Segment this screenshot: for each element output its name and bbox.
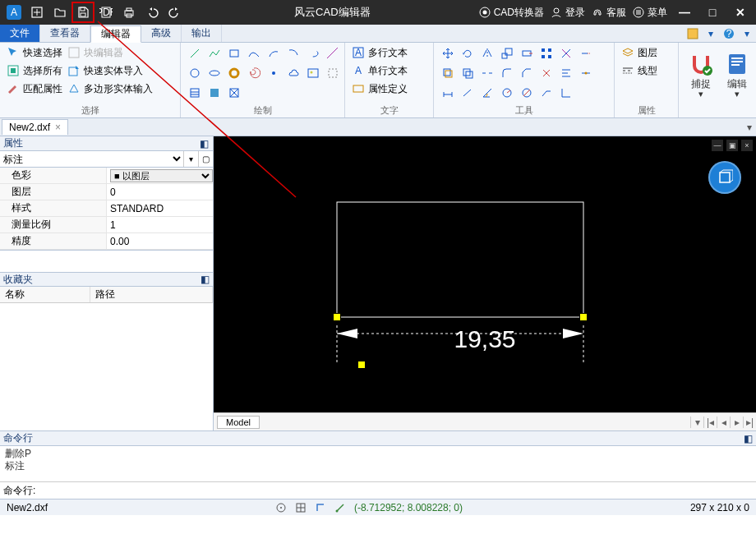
hatch-tool-icon[interactable] <box>186 84 204 102</box>
help-dropdown-icon[interactable]: ▾ <box>738 25 756 42</box>
doctabs-dropdown-icon[interactable]: ▾ <box>743 122 756 133</box>
ring-tool-icon[interactable] <box>225 64 243 82</box>
arc2-tool-icon[interactable] <box>284 44 302 62</box>
entity-type-select[interactable]: 标注 <box>0 151 183 167</box>
login-link[interactable]: 登录 <box>551 6 585 20</box>
scroll-left-icon[interactable]: ◂ <box>717 417 730 428</box>
match-props-button[interactable]: 匹配属性 <box>5 81 64 97</box>
linetype-button[interactable]: 线型 <box>620 62 659 79</box>
drawing-canvas[interactable]: — ▣ × 19,35 <box>214 136 756 412</box>
tab-advanced[interactable]: 高级 <box>141 25 182 42</box>
prop-sel-btn2[interactable]: ▢ <box>198 151 213 167</box>
prop-prec-value[interactable]: 0.00 <box>107 233 213 249</box>
break-tool-icon[interactable] <box>478 64 496 82</box>
arc-tool-icon[interactable] <box>265 44 283 62</box>
attdef-button[interactable]: 属性定义 <box>350 81 409 97</box>
pin-icon[interactable]: ◧ <box>744 433 753 444</box>
block-tool-icon[interactable] <box>225 84 243 102</box>
array-tool-icon[interactable] <box>537 44 555 62</box>
command-input[interactable] <box>39 485 753 496</box>
status-grid-icon[interactable] <box>295 502 307 513</box>
open-file-icon[interactable] <box>49 2 71 22</box>
print-icon[interactable] <box>118 2 140 22</box>
grip-icon[interactable] <box>334 314 340 320</box>
chamfer-tool-icon[interactable] <box>518 64 536 82</box>
extend-tool-icon[interactable] <box>577 44 595 62</box>
gradient-tool-icon[interactable] <box>205 84 224 102</box>
dim-linear-icon[interactable] <box>439 84 457 102</box>
quick-import-button[interactable]: 快速实体导入 <box>66 62 154 79</box>
new-file-icon[interactable] <box>26 2 48 22</box>
circle-tool-icon[interactable] <box>186 64 204 82</box>
copy-tool-icon[interactable] <box>459 64 477 82</box>
tab-output[interactable]: 输出 <box>182 25 222 42</box>
rect-tool-icon[interactable] <box>225 44 243 62</box>
tab-editor[interactable]: 编辑器 <box>90 25 141 43</box>
status-polar-icon[interactable] <box>334 502 346 513</box>
ribbon-dropdown-icon[interactable]: ▾ <box>702 25 720 42</box>
edit-button[interactable]: 编辑▾ <box>720 44 754 104</box>
prop-style-value[interactable]: STANDARD <box>107 200 213 216</box>
more-draw-icon[interactable] <box>324 64 342 82</box>
dim-ord-icon[interactable] <box>557 84 575 102</box>
grip-icon[interactable] <box>580 314 587 320</box>
ribbon-style-icon[interactable] <box>684 25 702 42</box>
image-tool-icon[interactable] <box>304 64 322 82</box>
prop-scale-value[interactable]: 1 <box>107 217 213 232</box>
block-editor-button[interactable]: 块编辑器 <box>66 44 154 61</box>
stretch-tool-icon[interactable] <box>518 44 536 62</box>
service-link[interactable]: 客服 <box>592 6 626 20</box>
maximize-button[interactable]: □ <box>702 2 723 22</box>
stext-button[interactable]: A单行文本 <box>350 62 409 79</box>
ellipse-arc-icon[interactable] <box>304 44 322 62</box>
align-tool-icon[interactable] <box>557 64 575 82</box>
command-output[interactable]: 删除P 标注 <box>0 446 756 482</box>
status-ortho-icon[interactable] <box>315 502 326 513</box>
rotate-tool-icon[interactable] <box>459 44 477 62</box>
polygon-import-button[interactable]: 多边形实体输入 <box>66 81 154 97</box>
redo-icon[interactable] <box>164 2 186 22</box>
dim-radius-icon[interactable] <box>498 84 516 102</box>
doc-tab[interactable]: New2.dxf× <box>2 119 68 135</box>
spiral-tool-icon[interactable] <box>245 64 263 82</box>
export-pdf-icon[interactable]: PDF <box>95 2 117 22</box>
polyline-tool-icon[interactable] <box>205 44 224 62</box>
point-tool-icon[interactable] <box>265 64 283 82</box>
cad-converter-link[interactable]: CAD转换器 <box>479 6 544 20</box>
mtext-button[interactable]: A多行文本 <box>350 44 409 61</box>
mirror-tool-icon[interactable] <box>478 44 496 62</box>
dim-aligned-icon[interactable] <box>459 84 477 102</box>
status-snap-icon[interactable] <box>275 502 287 513</box>
tab-viewer[interactable]: 查看器 <box>40 25 90 42</box>
pin-icon[interactable]: ◧ <box>198 138 210 150</box>
help-icon[interactable]: ? <box>720 25 738 42</box>
app-logo-icon[interactable]: A <box>3 2 25 22</box>
prop-layer-value[interactable]: 0 <box>107 184 213 200</box>
explode-tool-icon[interactable] <box>537 64 555 82</box>
save-file-icon[interactable] <box>72 2 94 22</box>
dim-angular-icon[interactable] <box>478 84 496 102</box>
model-tab[interactable]: Model <box>217 416 260 429</box>
prop-sel-btn1[interactable]: ▾ <box>183 151 198 167</box>
undo-icon[interactable] <box>141 2 163 22</box>
select-all-button[interactable]: 选择所有 <box>5 62 64 79</box>
quick-select-button[interactable]: 快速选择 <box>5 44 64 61</box>
dim-diameter-icon[interactable] <box>518 84 536 102</box>
fav-col-path[interactable]: 路径 <box>90 287 213 302</box>
layer-props-button[interactable]: 图层 <box>620 44 659 61</box>
scroll-right-icon[interactable]: ▸ <box>730 417 743 428</box>
pin-icon[interactable]: ◧ <box>201 274 210 285</box>
layout-dropdown-icon[interactable]: ▾ <box>690 417 703 428</box>
xline-tool-icon[interactable] <box>324 44 342 62</box>
snap-button[interactable]: 捕捉▾ <box>684 44 718 104</box>
close-tab-icon[interactable]: × <box>55 122 61 133</box>
scale-tool-icon[interactable] <box>498 44 516 62</box>
scroll-first-icon[interactable]: |◂ <box>703 417 717 428</box>
line-tool-icon[interactable] <box>186 44 204 62</box>
leader-tool-icon[interactable] <box>537 84 555 102</box>
tab-file[interactable]: 文件 <box>0 25 40 42</box>
minimize-button[interactable]: — <box>674 2 695 22</box>
move-tool-icon[interactable] <box>439 44 457 62</box>
cloud-tool-icon[interactable] <box>284 64 302 82</box>
spline-tool-icon[interactable] <box>245 44 263 62</box>
